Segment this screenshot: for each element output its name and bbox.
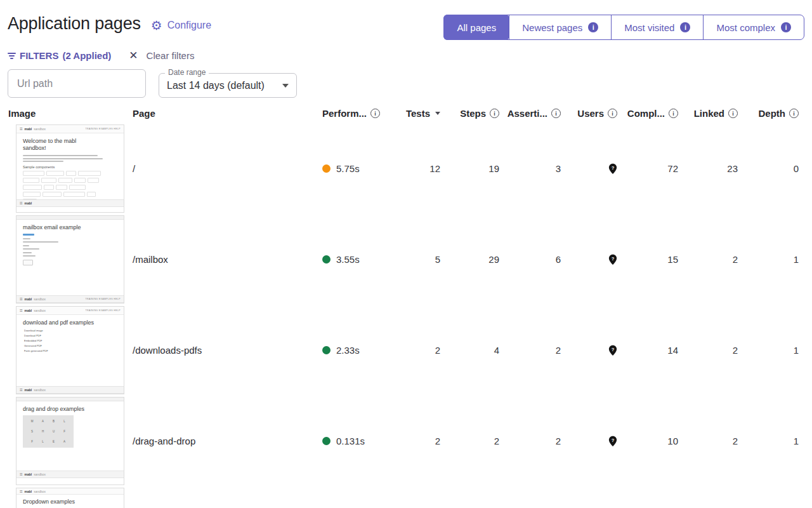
performance-status-dot <box>322 346 331 354</box>
view-tabs: All pages Newest pages i Most visited i … <box>443 15 804 40</box>
page-link[interactable]: / <box>124 163 317 174</box>
url-path-input[interactable] <box>8 69 146 98</box>
performance-status-dot <box>322 255 331 264</box>
page-thumbnail[interactable]: mailbox email example ☰ mabl <box>16 215 124 304</box>
thumb-button <box>23 260 33 265</box>
table-row: ☰ mabl sandbox TRAINING EXAMPLES HELP do… <box>0 305 812 396</box>
depth-count: 1 <box>738 345 799 356</box>
location-pin-icon: ? <box>608 436 617 447</box>
info-icon[interactable]: i <box>789 109 799 118</box>
image-cell: drag and drop examples MABL SHUF FLEA ☰ … <box>0 396 124 486</box>
info-icon[interactable]: i <box>781 22 791 32</box>
thumb-title: mailbox email example <box>23 224 117 231</box>
info-icon[interactable]: i <box>608 109 617 118</box>
users-cell: ? <box>561 436 617 447</box>
tab-label: Most complex <box>716 22 775 33</box>
linked-count: 2 <box>678 345 738 356</box>
column-header-complexity[interactable]: Compl... i <box>617 108 678 119</box>
tab-newest-pages[interactable]: Newest pages i <box>509 15 611 39</box>
depth-count: 0 <box>738 163 799 174</box>
image-cell: ☰ mabl sandbox Dropdown examples <box>0 486 124 508</box>
thumb-brand-suffix: sandbox <box>34 490 46 493</box>
thumb-link: Generated PDF <box>24 344 124 347</box>
page-thumbnail[interactable]: drag and drop examples MABL SHUF FLEA ☰ … <box>16 397 124 485</box>
thumb-brand: mabl <box>24 490 32 493</box>
filters-toggle-button[interactable]: FILTERS (2 Applied) <box>8 50 111 61</box>
column-label: Steps <box>460 108 486 119</box>
filters-applied-count: (2 Applied) <box>62 50 111 61</box>
thumb-prev-section-bar <box>16 216 124 220</box>
info-icon[interactable]: i <box>490 109 499 118</box>
column-header-steps[interactable]: Steps i <box>440 108 499 119</box>
column-header-performance[interactable]: Perform... i <box>317 108 384 119</box>
svg-text:?: ? <box>612 164 615 170</box>
info-icon[interactable]: i <box>370 109 380 118</box>
configure-label: Configure <box>167 20 211 31</box>
menu-icon: ☰ <box>20 201 22 205</box>
table-row: drag and drop examples MABL SHUF FLEA ☰ … <box>0 396 812 486</box>
column-label: Users <box>577 108 604 119</box>
thumb-brand-suffix: sandbox <box>34 472 46 476</box>
steps-count: 19 <box>440 163 499 174</box>
complexity-count: 14 <box>617 345 678 356</box>
thumb-link: Embedded PDF <box>24 339 124 342</box>
thumb-title: Welcome to the mabl sandbox! <box>23 138 89 152</box>
tab-label: Newest pages <box>522 22 582 33</box>
page-link[interactable]: /mailbox <box>124 254 317 265</box>
thumb-next-section-bar: ☰ mabl sandbox <box>16 386 124 394</box>
image-cell: mailbox email example ☰ mabl <box>0 214 124 305</box>
users-cell: ? <box>561 345 617 356</box>
menu-icon: ☰ <box>20 127 22 131</box>
column-header-assertions[interactable]: Asserti... i <box>499 108 561 119</box>
tab-most-visited[interactable]: Most visited i <box>611 15 703 39</box>
tests-count: 5 <box>384 254 440 265</box>
configure-button[interactable]: ⚙ Configure <box>151 19 211 32</box>
table-row: mailbox email example ☰ mabl <box>0 214 812 305</box>
svg-text:?: ? <box>612 346 615 352</box>
performance-cell: 3.55s <box>317 254 384 265</box>
pages-table-body: ☰ mabl sandbox TRAINING EXAMPLES HELP We… <box>0 123 812 508</box>
performance-value: 0.131s <box>336 436 365 446</box>
page-link[interactable]: /drag-and-drop <box>124 436 317 446</box>
info-icon[interactable]: i <box>551 109 561 118</box>
date-range-select[interactable]: Date range Last 14 days (default) <box>159 73 297 98</box>
column-label: Compl... <box>627 108 665 119</box>
thumb-text-line <box>23 155 98 156</box>
page-thumbnail[interactable]: ☰ mabl sandbox Dropdown examples <box>16 488 124 508</box>
clear-filters-button[interactable]: ✕ Clear filters <box>129 50 194 61</box>
info-icon[interactable]: i <box>588 22 598 32</box>
location-pin-icon: ? <box>608 163 617 175</box>
clear-filters-label: Clear filters <box>147 50 195 61</box>
thumb-link: Download image <box>24 329 124 332</box>
menu-icon: ☰ <box>20 309 22 312</box>
close-icon: ✕ <box>129 50 138 61</box>
info-icon[interactable]: i <box>728 109 738 118</box>
column-label: Tests <box>406 108 430 119</box>
info-icon[interactable]: i <box>669 109 678 118</box>
thumb-brand: mabl <box>24 388 32 392</box>
column-header-linked[interactable]: Linked i <box>678 108 738 119</box>
tab-label: All pages <box>457 22 496 33</box>
page-thumbnail[interactable]: ☰ mabl sandbox TRAINING EXAMPLES HELP do… <box>16 306 124 394</box>
column-label: Depth <box>759 108 786 119</box>
filters-row: FILTERS (2 Applied) ✕ Clear filters <box>0 40 812 61</box>
column-header-tests[interactable]: Tests <box>384 108 440 119</box>
column-header-users[interactable]: Users i <box>561 108 617 119</box>
page-thumbnail[interactable]: ☰ mabl sandbox TRAINING EXAMPLES HELP We… <box>16 124 124 213</box>
tab-most-complex[interactable]: Most complex i <box>703 15 804 39</box>
steps-count: 29 <box>440 254 499 265</box>
performance-value: 5.75s <box>336 163 360 174</box>
thumb-nav-bar: ☰ mabl sandbox TRAINING EXAMPLES HELP <box>16 125 124 133</box>
column-header-depth[interactable]: Depth i <box>738 108 799 119</box>
steps-count: 4 <box>440 345 499 356</box>
thumb-drag-grid: MABL SHUF FLEA <box>23 415 74 448</box>
column-label: Perform... <box>322 108 367 119</box>
info-icon[interactable]: i <box>680 22 690 32</box>
thumb-link-list: Download image Download PDF Embedded PDF… <box>24 329 124 352</box>
page-link[interactable]: /downloads-pdfs <box>124 345 317 356</box>
tab-all-pages[interactable]: All pages <box>443 15 509 40</box>
location-pin-icon: ? <box>608 345 617 356</box>
thumb-brand-suffix: sandbox <box>34 309 46 312</box>
thumb-next-section-bar: ☰ mabl sandbox TRAINING EXAMPLES HELP <box>16 295 124 303</box>
linked-count: 2 <box>678 254 738 265</box>
